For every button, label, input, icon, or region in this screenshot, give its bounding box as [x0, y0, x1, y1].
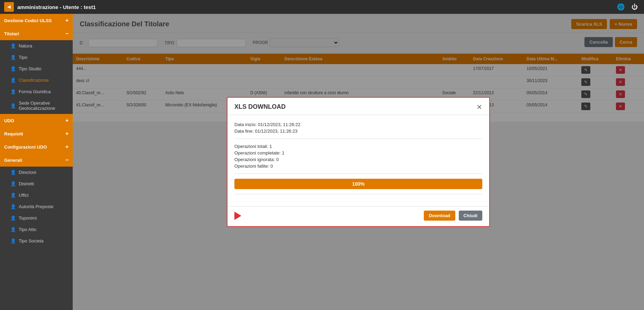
person-icon: 👤 — [10, 193, 16, 198]
op-fallite-value: 0 — [270, 163, 273, 169]
sidebar-item-forma-giuridica[interactable]: 👤 Forma Giuridica — [0, 86, 73, 97]
progress-bar-fill: 100% — [234, 179, 482, 189]
app-logo[interactable]: ◄ — [4, 2, 14, 12]
data-inizio-value: 01/12/2023, 11:26:22 — [258, 122, 301, 127]
sidebar-item-tipo-atto[interactable]: 👤 Tipo Atto — [0, 224, 73, 235]
sidebar-item-tipo-atto-label: Tipo Atto — [19, 227, 36, 232]
person-icon: 👤 — [10, 181, 16, 186]
sidebar-item-tipo-societa-label: Tipo Societa — [19, 238, 44, 243]
modal-divider-3 — [234, 194, 482, 194]
person-icon: 👤 — [10, 215, 16, 221]
sidebar-item-sede-operative-label: Sede Operative Geolocalizzazione — [19, 100, 69, 111]
power-button[interactable]: ⏻ — [629, 2, 640, 12]
op-completate-value: 1 — [282, 150, 284, 156]
app-title: amministrazione - Utente : test1 — [17, 4, 96, 10]
sidebar-section-generali[interactable]: Generali − — [0, 153, 73, 167]
op-ignorata-value: 0 — [276, 157, 279, 162]
sidebar-item-toponimi[interactable]: 👤 Toponimi — [0, 212, 73, 224]
sidebar-item-autorita-preposte[interactable]: 👤 Autorità Preposte — [0, 201, 73, 212]
sidebar-section-requisiti[interactable]: Requisiti + — [0, 127, 73, 140]
chiudi-button[interactable]: Chiudi — [459, 211, 482, 221]
operazioni-fallite-row: Operazioni fallite: 0 — [234, 163, 482, 169]
sidebar-item-forma-giuridica-label: Forma Giuridica — [19, 89, 51, 94]
modal-close-button[interactable]: ✕ — [476, 104, 482, 110]
globe-button[interactable]: 🌐 — [616, 2, 626, 12]
sidebar-item-classificazione[interactable]: 👤 Classificazione — [0, 74, 73, 86]
person-icon: 👤 — [10, 89, 16, 94]
person-icon: 👤 — [10, 170, 16, 175]
sidebar-item-classificazione-label: Classificazione — [19, 78, 49, 83]
sidebar-item-direzioni-label: Direzioni — [19, 170, 36, 175]
topbar: ◄ amministrazione - Utente : test1 🌐 ⏻ — [0, 0, 644, 14]
data-inizio-row: Data inizio: 01/12/2023, 11:26:22 — [234, 122, 482, 127]
sidebar-section-udo-icon: + — [65, 117, 69, 124]
operazioni-ignorata-row: Operazioni ignorata: 0 — [234, 157, 482, 162]
sidebar-section-titolari[interactable]: Titolari − — [0, 27, 73, 40]
sidebar-section-gestione-codici-icon: + — [65, 17, 69, 24]
modal-body: Data inizio: 01/12/2023, 11:26:22 Data f… — [227, 115, 489, 206]
person-icon: 👤 — [10, 66, 16, 71]
sidebar-item-natura-label: Natura — [19, 43, 32, 48]
main-layout: Gestione Codici ULSS + Titolari − 👤 Natu… — [0, 14, 644, 310]
sidebar-item-autorita-preposte-label: Autorità Preposte — [19, 204, 53, 209]
sidebar-item-natura[interactable]: 👤 Natura — [0, 40, 73, 52]
sidebar-section-gestione-codici[interactable]: Gestione Codici ULSS + — [0, 14, 73, 27]
sidebar-section-configurazioni-udo[interactable]: Configurazioni UDO + — [0, 140, 73, 153]
modal-title: XLS DOWNLOAD — [234, 103, 286, 110]
data-fine-value: 01/12/2023, 11:26:23 — [255, 129, 297, 134]
sidebar-section-udo[interactable]: UDO + — [0, 114, 73, 127]
sidebar-item-distretti[interactable]: 👤 Distretti — [0, 178, 73, 189]
sidebar-section-titolari-icon: − — [65, 30, 69, 37]
sidebar-item-sede-operative[interactable]: 👤 Sede Operative Geolocalizzazione — [0, 97, 73, 114]
sidebar-item-uffici-label: Uffici — [19, 193, 29, 198]
progress-label: 100% — [352, 181, 365, 187]
data-fine-label: Data fine: — [234, 129, 254, 134]
sidebar-item-tipo-societa[interactable]: 👤 Tipo Societa — [0, 235, 73, 247]
data-inizio-label: Data inizio: — [234, 122, 257, 127]
download-button[interactable]: Download — [424, 211, 455, 221]
person-icon: 👤 — [10, 227, 16, 232]
sidebar-item-tipo-studio-label: Tipo Studio — [19, 66, 41, 71]
topbar-left: ◄ amministrazione - Utente : test1 — [4, 2, 96, 12]
person-icon: 👤 — [10, 78, 16, 83]
op-totali-label: Operazioni totali: — [234, 144, 268, 149]
sidebar-item-uffici[interactable]: 👤 Uffici — [0, 189, 73, 201]
op-totali-value: 1 — [269, 144, 272, 149]
operazioni-completate-row: Operazioni completate: 1 — [234, 150, 482, 156]
sidebar-item-distretti-label: Distretti — [19, 181, 34, 186]
data-fine-row: Data fine: 01/12/2023, 11:26:23 — [234, 129, 482, 134]
progress-bar-container: 100% — [234, 179, 482, 189]
op-fallite-label: Operazioni fallite: — [234, 163, 269, 169]
modal-overlay: XLS DOWNLOAD ✕ Data inizio: 01/12/2023, … — [73, 14, 644, 310]
person-icon: 👤 — [10, 103, 16, 108]
sidebar-section-configurazioni-udo-label: Configurazioni UDO — [4, 144, 47, 150]
sidebar-item-direzioni[interactable]: 👤 Direzioni — [0, 167, 73, 178]
sidebar-section-generali-label: Generali — [4, 158, 22, 163]
sidebar-item-tipo-label: Tipo — [19, 55, 27, 60]
person-icon: 👤 — [10, 238, 16, 243]
person-icon: 👤 — [10, 55, 16, 60]
person-icon: 👤 — [10, 43, 16, 48]
sidebar-section-generali-icon: − — [65, 157, 69, 163]
arrow-right-icon — [234, 212, 241, 220]
sidebar-section-requisiti-label: Requisiti — [4, 131, 23, 136]
sidebar-section-gestione-codici-label: Gestione Codici ULSS — [4, 18, 52, 23]
arrow-indicator — [234, 212, 241, 220]
xls-download-modal: XLS DOWNLOAD ✕ Data inizio: 01/12/2023, … — [227, 97, 490, 227]
sidebar: Gestione Codici ULSS + Titolari − 👤 Natu… — [0, 14, 73, 310]
sidebar-section-configurazioni-udo-icon: + — [65, 144, 69, 150]
op-completate-label: Operazioni completate: — [234, 150, 281, 156]
main-content: Classificazione Del Titolare Scarica XLS… — [73, 14, 644, 310]
sidebar-item-toponimi-label: Toponimi — [19, 215, 37, 221]
modal-divider-2 — [234, 174, 482, 174]
sidebar-section-udo-label: UDO — [4, 118, 14, 123]
sidebar-item-tipo[interactable]: 👤 Tipo — [0, 52, 73, 63]
sidebar-section-requisiti-icon: + — [65, 131, 69, 137]
modal-header: XLS DOWNLOAD ✕ — [227, 98, 489, 115]
operazioni-totali-row: Operazioni totali: 1 — [234, 144, 482, 149]
topbar-right: 🌐 ⏻ — [616, 2, 640, 12]
sidebar-item-tipo-studio[interactable]: 👤 Tipo Studio — [0, 63, 73, 74]
modal-footer: Download Chiudi — [227, 206, 489, 226]
person-icon: 👤 — [10, 204, 16, 209]
modal-divider-1 — [234, 139, 482, 139]
